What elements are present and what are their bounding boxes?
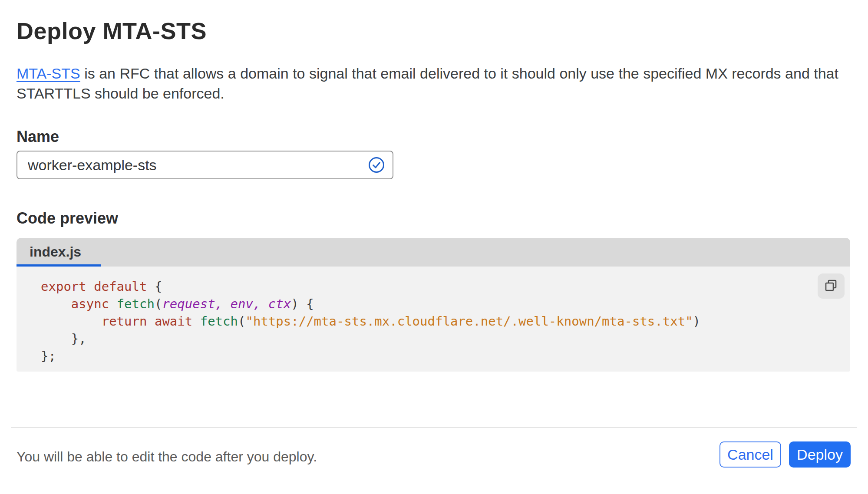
code-line: }, — [41, 330, 850, 347]
page-title: Deploy MTA-STS — [17, 17, 207, 44]
deploy-button[interactable]: Deploy — [789, 441, 851, 468]
name-field-label: Name — [17, 128, 59, 146]
copy-code-button[interactable] — [818, 273, 845, 299]
tab-index-js[interactable]: index.js — [17, 238, 101, 267]
description-body: is an RFC that allows a domain to signal… — [17, 65, 838, 102]
mta-sts-link[interactable]: MTA-STS — [17, 65, 80, 82]
check-circle-icon — [368, 157, 385, 173]
code-line: export default { — [41, 278, 850, 295]
copy-icon — [824, 278, 838, 294]
code-editor-area: export default { async fetch(request, en… — [17, 267, 850, 372]
code-content: export default { async fetch(request, en… — [17, 267, 850, 365]
footer-divider — [11, 427, 857, 428]
name-input-wrapper — [17, 151, 393, 179]
cancel-button[interactable]: Cancel — [719, 441, 781, 468]
code-tab-bar: index.js — [17, 238, 850, 267]
code-line: return await fetch("https://mta-sts.mx.c… — [41, 313, 850, 330]
description-text: MTA-STS is an RFC that allows a domain t… — [17, 63, 848, 103]
code-line: async fetch(request, env, ctx) { — [41, 295, 850, 313]
footer-note: You will be able to edit the code after … — [17, 449, 317, 465]
code-preview-panel: index.js export default { async fetch(re… — [17, 238, 850, 372]
name-input[interactable] — [17, 151, 393, 179]
code-preview-label: Code preview — [17, 209, 118, 227]
code-line: }; — [41, 347, 850, 365]
